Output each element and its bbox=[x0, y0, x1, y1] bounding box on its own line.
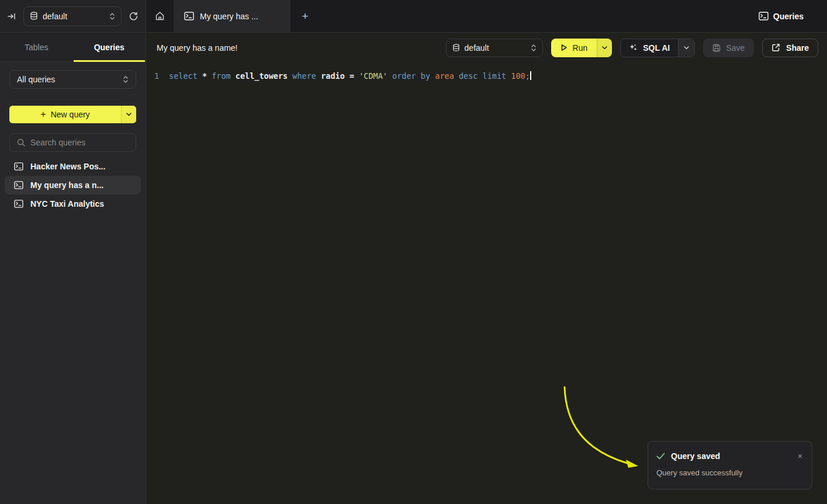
query-list-item-selected[interactable]: My query has a n... bbox=[5, 176, 141, 194]
query-list: Hacker News Pos... My query has a n... N… bbox=[9, 157, 136, 213]
terminal-icon bbox=[184, 12, 194, 20]
query-toolbar: My query has a name! default bbox=[147, 33, 827, 62]
chevron-up-down-icon bbox=[531, 44, 537, 52]
sql-ai-split-button: SQL AI bbox=[620, 39, 695, 57]
new-query-caret-button[interactable] bbox=[121, 106, 136, 123]
database-selector-topbar[interactable]: default bbox=[23, 6, 122, 26]
share-button-label: Share bbox=[786, 43, 809, 53]
home-button[interactable] bbox=[146, 0, 174, 32]
query-item-label: Hacker News Pos... bbox=[30, 162, 105, 171]
query-tab-label: My query has ... bbox=[200, 12, 258, 21]
sidebar-body: All queries + New query bbox=[0, 62, 146, 213]
topbar: default bbox=[0, 0, 827, 33]
check-icon bbox=[656, 453, 665, 460]
chevron-up-down-icon bbox=[123, 75, 129, 84]
query-title: My query has a name! bbox=[157, 43, 438, 53]
sql-code[interactable]: select * from cell_towers where radio = … bbox=[169, 69, 531, 82]
query-list-item[interactable]: NYC Taxi Analytics bbox=[5, 194, 141, 213]
run-button-label: Run bbox=[573, 43, 588, 53]
toast-message: Query saved successfully bbox=[656, 468, 804, 477]
topbar-spacer bbox=[320, 0, 759, 32]
sidebar-tab-tables[interactable]: Tables bbox=[0, 33, 73, 61]
line-number: 1 bbox=[150, 69, 163, 82]
text-cursor bbox=[530, 71, 531, 80]
query-search bbox=[9, 133, 136, 152]
run-options-caret[interactable] bbox=[597, 39, 612, 57]
new-query-split-button: + New query bbox=[9, 106, 136, 123]
search-queries-input[interactable] bbox=[30, 138, 136, 147]
save-button-label: Save bbox=[726, 43, 745, 53]
database-selector-value: default bbox=[465, 43, 526, 53]
database-icon bbox=[452, 44, 460, 52]
topbar-tabs-section: My query has ... + Queries bbox=[146, 0, 827, 32]
query-item-label: NYC Taxi Analytics bbox=[30, 199, 104, 208]
chevron-down-icon bbox=[126, 113, 132, 116]
toast-title: Query saved bbox=[671, 451, 791, 461]
database-selector-toolbar[interactable]: default bbox=[446, 39, 543, 57]
refresh-icon bbox=[129, 11, 139, 21]
sidebar-tab-queries[interactable]: Queries bbox=[73, 33, 146, 61]
collapse-sidebar-icon bbox=[7, 12, 16, 21]
database-selector-value: default bbox=[43, 12, 105, 21]
toast-header: Query saved × bbox=[656, 451, 804, 461]
sql-ai-caret[interactable] bbox=[678, 39, 694, 57]
database-icon bbox=[30, 12, 38, 20]
collapse-sidebar-button[interactable] bbox=[7, 12, 16, 21]
save-icon bbox=[712, 44, 721, 52]
run-button[interactable]: Run bbox=[551, 39, 597, 57]
terminal-icon bbox=[759, 12, 769, 20]
annotation-arrow bbox=[147, 33, 827, 504]
main-panel: My query has a name! default bbox=[147, 33, 827, 504]
query-list-item[interactable]: Hacker News Pos... bbox=[5, 157, 141, 176]
run-split-button: Run bbox=[551, 39, 613, 57]
home-icon bbox=[155, 11, 165, 21]
query-filter-select[interactable]: All queries bbox=[9, 70, 136, 89]
sparkles-icon bbox=[629, 43, 638, 52]
new-tab-button[interactable]: + bbox=[290, 0, 320, 32]
chevron-up-down-icon bbox=[109, 12, 115, 20]
chevron-down-icon bbox=[602, 46, 607, 50]
topbar-sidebar-section: default bbox=[0, 0, 146, 32]
play-icon bbox=[560, 44, 568, 51]
queries-indicator-label: Queries bbox=[773, 12, 804, 21]
share-icon bbox=[771, 43, 780, 52]
terminal-icon bbox=[14, 181, 23, 189]
share-button[interactable]: Share bbox=[762, 39, 818, 57]
sidebar-tabs: Tables Queries bbox=[0, 33, 146, 62]
new-query-button[interactable]: + New query bbox=[9, 106, 121, 123]
terminal-icon bbox=[14, 200, 23, 208]
sql-editor[interactable]: 1 select * from cell_towers where radio … bbox=[147, 62, 827, 82]
sql-ai-button[interactable]: SQL AI bbox=[621, 39, 678, 57]
plus-icon: + bbox=[40, 109, 46, 120]
chevron-down-icon bbox=[684, 46, 689, 50]
new-query-label: New query bbox=[51, 110, 90, 119]
search-icon bbox=[17, 138, 25, 147]
query-tab[interactable]: My query has ... bbox=[174, 0, 290, 32]
refresh-button[interactable] bbox=[129, 11, 139, 21]
save-button[interactable]: Save bbox=[703, 39, 754, 57]
toast-close-button[interactable]: × bbox=[797, 451, 804, 461]
sidebar: Tables Queries All queries + New query bbox=[0, 33, 146, 504]
sql-ai-label: SQL AI bbox=[643, 43, 670, 53]
toast-query-saved: Query saved × Query saved successfully bbox=[648, 441, 812, 489]
query-item-label: My query has a n... bbox=[30, 180, 103, 190]
code-line[interactable]: 1 select * from cell_towers where radio … bbox=[147, 69, 827, 82]
query-filter-value: All queries bbox=[17, 75, 123, 84]
terminal-icon bbox=[14, 162, 23, 171]
queries-indicator[interactable]: Queries bbox=[759, 0, 804, 32]
